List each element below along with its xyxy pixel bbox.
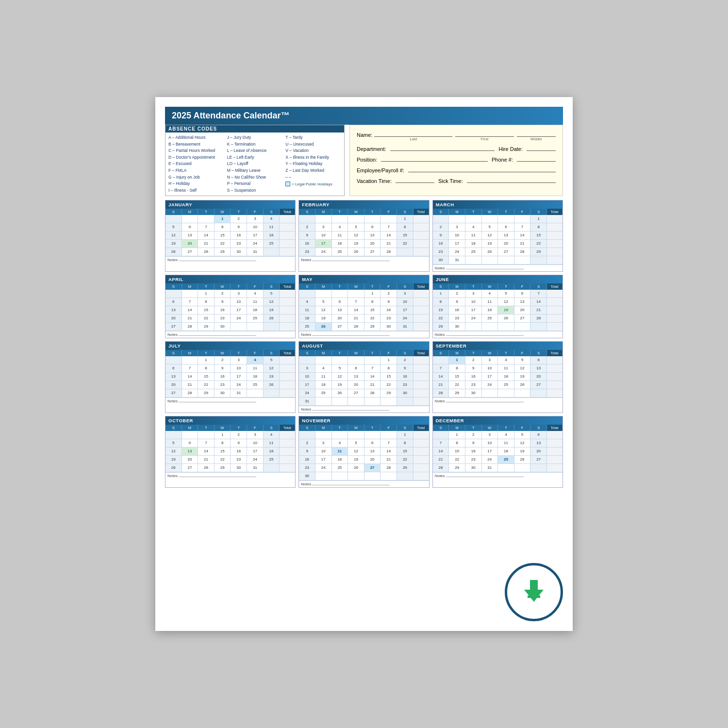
calendar-week: 12131415161718 xyxy=(165,232,295,240)
calendar-cell xyxy=(280,373,295,381)
calendar-cell: 16 xyxy=(299,240,315,248)
calendar-cell: 22 xyxy=(433,314,449,322)
calendar-cell: 28 xyxy=(514,248,531,256)
calendar-cell xyxy=(280,456,295,463)
calendar-cell: 2 xyxy=(231,431,247,439)
calendar-week: 78910111213 xyxy=(433,439,563,447)
calendar-cell: 3 xyxy=(231,290,247,298)
calendar-cell: 14 xyxy=(381,232,397,239)
calendar-cell: 11 xyxy=(332,447,348,455)
calendar-cell: 8 xyxy=(449,439,465,447)
calendar-day-headers: SMTWTFSTotal xyxy=(433,425,563,431)
calendar-cell xyxy=(414,314,429,322)
calendar-cell xyxy=(547,232,563,239)
calendar-day-headers: SMTWTFSTotal xyxy=(165,209,295,215)
calendar-cell xyxy=(547,323,563,331)
calendar-cell xyxy=(514,389,531,397)
calendar-notes: Notes xyxy=(299,480,429,487)
calendar-cell: 9 xyxy=(433,232,449,239)
calendar-cell: 23 xyxy=(465,456,482,463)
calendar-cell xyxy=(182,215,199,223)
calendar-cell xyxy=(165,215,182,223)
calendar-cell: 12 xyxy=(348,232,364,239)
calendar-cell: 16 xyxy=(231,232,247,239)
calendar-cell: 30 xyxy=(299,472,315,480)
calendar-cell: 4 xyxy=(465,223,482,231)
calendar-cell: 22 xyxy=(364,314,381,322)
calendar-cell: 7 xyxy=(381,223,397,231)
calendar-cell: 14 xyxy=(530,298,547,306)
calendar-cell: 17 xyxy=(247,232,264,239)
calendar-week: 21222324252627 xyxy=(433,381,563,389)
calendar-cell: 11 xyxy=(247,298,264,306)
calendar-july: JULYSMTWTFSTotal123456789101112131415161… xyxy=(165,341,296,413)
hire-date-label: Hire Date: xyxy=(498,146,523,152)
calendar-cell: 27 xyxy=(165,389,182,397)
calendar-cell: 13 xyxy=(182,232,199,239)
calendar-cell: 29 xyxy=(397,464,414,472)
calendar-cell: 16 xyxy=(449,306,465,314)
calendar-week: 2345678 xyxy=(299,439,429,447)
calendar-cell: 28 xyxy=(198,248,215,256)
calendar-cell: 19 xyxy=(514,373,531,381)
position-label: Position: xyxy=(357,157,377,163)
calendar-day-headers: SMTWTFSTotal xyxy=(299,425,429,431)
calendar-cell: 30 xyxy=(449,323,465,331)
calendar-cell xyxy=(264,248,280,256)
calendar-cell: 30 xyxy=(397,389,414,397)
calendar-cell: 18 xyxy=(498,373,514,381)
calendar-cell xyxy=(547,248,563,256)
calendar-notes: Notes xyxy=(299,406,429,413)
calendar-cell: 15 xyxy=(397,232,414,239)
calendar-cell: 9 xyxy=(215,364,231,372)
calendar-cell: 8 xyxy=(215,439,231,447)
calendar-week: 12 xyxy=(299,356,429,364)
calendar-cell xyxy=(315,356,332,364)
calendar-cell xyxy=(198,215,215,223)
calendar-cell: 8 xyxy=(449,364,465,372)
calendar-cell: 30 xyxy=(465,389,482,397)
calendar-cell: 21 xyxy=(514,240,531,248)
calendar-cell: 20 xyxy=(364,456,381,463)
calendar-cell: 2 xyxy=(215,356,231,364)
calendar-cell: 30 xyxy=(215,389,231,397)
calendar-cell: 25 xyxy=(315,389,332,397)
calendar-cell xyxy=(530,464,547,472)
calendar-week: 123456 xyxy=(433,431,563,439)
calendar-notes: Notes xyxy=(299,331,429,338)
calendar-cell xyxy=(315,472,332,480)
calendar-week: 20212223242526 xyxy=(165,381,295,389)
calendar-cell xyxy=(414,298,429,306)
calendar-cell: 20 xyxy=(165,314,182,322)
calendar-cell: 30 xyxy=(231,464,247,472)
calendar-cell: 1 xyxy=(215,215,231,223)
calendar-cell xyxy=(547,464,563,472)
calendar-cell: 20 xyxy=(165,381,182,389)
calendar-notes: Notes xyxy=(433,472,563,479)
download-icon[interactable] xyxy=(517,575,551,609)
calendar-cell xyxy=(482,389,498,397)
calendar-cell: 10 xyxy=(482,364,498,372)
calendar-cell: 13 xyxy=(165,306,182,314)
calendar-cell: 13 xyxy=(530,364,547,372)
calendar-cell: 11 xyxy=(315,373,332,381)
calendar-cell xyxy=(547,240,563,248)
calendar-cell: 10 xyxy=(247,223,264,231)
calendar-cell: 16 xyxy=(299,456,315,463)
sick-label: Sick Time: xyxy=(438,178,463,184)
calendar-cell: 13 xyxy=(498,232,514,239)
calendar-cell: 3 xyxy=(315,439,332,447)
download-circle[interactable] xyxy=(505,563,563,621)
calendar-march: MARCHSMTWTFSTotal12345678910111213141516… xyxy=(432,200,563,272)
calendar-day-headers: SMTWTFSTotal xyxy=(165,350,295,356)
calendar-january: JANUARYSMTWTFSTotal123456789101112131415… xyxy=(165,200,296,272)
calendar-week: 12345 xyxy=(165,356,295,364)
download-overlay[interactable] xyxy=(505,563,563,621)
calendar-cell: 2 xyxy=(299,223,315,231)
calendar-cell: 22 xyxy=(215,240,231,248)
calendar-cell xyxy=(280,298,295,306)
calendar-cell: 2 xyxy=(465,356,482,364)
calendar-cell: 7 xyxy=(433,364,449,372)
calendar-cell: 16 xyxy=(215,373,231,381)
calendar-week: 123456 xyxy=(433,356,563,364)
